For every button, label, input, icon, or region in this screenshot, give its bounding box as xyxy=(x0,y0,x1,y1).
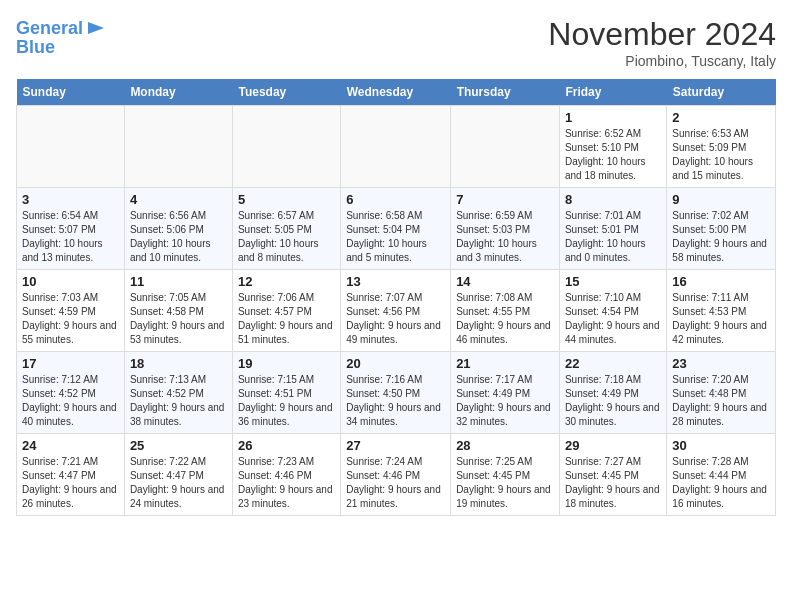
calendar-day-cell: 6Sunrise: 6:58 AM Sunset: 5:04 PM Daylig… xyxy=(341,188,451,270)
calendar-day-header: Saturday xyxy=(667,79,776,106)
calendar-day-cell: 27Sunrise: 7:24 AM Sunset: 4:46 PM Dayli… xyxy=(341,434,451,516)
calendar-day-cell xyxy=(232,106,340,188)
calendar-day-cell: 10Sunrise: 7:03 AM Sunset: 4:59 PM Dayli… xyxy=(17,270,125,352)
month-title: November 2024 xyxy=(548,16,776,53)
day-number: 5 xyxy=(238,192,335,207)
calendar-day-cell xyxy=(17,106,125,188)
day-number: 10 xyxy=(22,274,119,289)
calendar-day-cell xyxy=(124,106,232,188)
calendar-day-cell: 21Sunrise: 7:17 AM Sunset: 4:49 PM Dayli… xyxy=(451,352,560,434)
logo: General Blue xyxy=(16,16,106,58)
calendar-day-cell: 30Sunrise: 7:28 AM Sunset: 4:44 PM Dayli… xyxy=(667,434,776,516)
calendar-day-header: Monday xyxy=(124,79,232,106)
day-info: Sunrise: 7:07 AM Sunset: 4:56 PM Dayligh… xyxy=(346,291,445,347)
day-info: Sunrise: 7:16 AM Sunset: 4:50 PM Dayligh… xyxy=(346,373,445,429)
day-number: 4 xyxy=(130,192,227,207)
calendar-day-cell: 4Sunrise: 6:56 AM Sunset: 5:06 PM Daylig… xyxy=(124,188,232,270)
day-info: Sunrise: 7:21 AM Sunset: 4:47 PM Dayligh… xyxy=(22,455,119,511)
calendar-day-header: Sunday xyxy=(17,79,125,106)
calendar-day-cell: 16Sunrise: 7:11 AM Sunset: 4:53 PM Dayli… xyxy=(667,270,776,352)
day-info: Sunrise: 7:27 AM Sunset: 4:45 PM Dayligh… xyxy=(565,455,661,511)
day-number: 7 xyxy=(456,192,554,207)
day-info: Sunrise: 7:03 AM Sunset: 4:59 PM Dayligh… xyxy=(22,291,119,347)
calendar-day-cell: 17Sunrise: 7:12 AM Sunset: 4:52 PM Dayli… xyxy=(17,352,125,434)
logo-text: General xyxy=(16,19,83,39)
calendar-day-header: Friday xyxy=(559,79,666,106)
calendar-day-header: Wednesday xyxy=(341,79,451,106)
svg-marker-0 xyxy=(88,22,104,34)
calendar-day-cell: 15Sunrise: 7:10 AM Sunset: 4:54 PM Dayli… xyxy=(559,270,666,352)
day-info: Sunrise: 7:28 AM Sunset: 4:44 PM Dayligh… xyxy=(672,455,770,511)
day-info: Sunrise: 7:06 AM Sunset: 4:57 PM Dayligh… xyxy=(238,291,335,347)
day-number: 13 xyxy=(346,274,445,289)
calendar-day-cell: 2Sunrise: 6:53 AM Sunset: 5:09 PM Daylig… xyxy=(667,106,776,188)
logo-text-blue: Blue xyxy=(16,38,55,58)
calendar-day-cell: 9Sunrise: 7:02 AM Sunset: 5:00 PM Daylig… xyxy=(667,188,776,270)
calendar-day-cell: 23Sunrise: 7:20 AM Sunset: 4:48 PM Dayli… xyxy=(667,352,776,434)
calendar-table: SundayMondayTuesdayWednesdayThursdayFrid… xyxy=(16,79,776,516)
calendar-day-cell: 20Sunrise: 7:16 AM Sunset: 4:50 PM Dayli… xyxy=(341,352,451,434)
day-info: Sunrise: 6:56 AM Sunset: 5:06 PM Dayligh… xyxy=(130,209,227,265)
calendar-day-cell: 25Sunrise: 7:22 AM Sunset: 4:47 PM Dayli… xyxy=(124,434,232,516)
calendar-week-row: 24Sunrise: 7:21 AM Sunset: 4:47 PM Dayli… xyxy=(17,434,776,516)
day-info: Sunrise: 7:02 AM Sunset: 5:00 PM Dayligh… xyxy=(672,209,770,265)
calendar-day-cell: 24Sunrise: 7:21 AM Sunset: 4:47 PM Dayli… xyxy=(17,434,125,516)
day-number: 26 xyxy=(238,438,335,453)
calendar-day-cell: 19Sunrise: 7:15 AM Sunset: 4:51 PM Dayli… xyxy=(232,352,340,434)
day-info: Sunrise: 7:05 AM Sunset: 4:58 PM Dayligh… xyxy=(130,291,227,347)
day-number: 23 xyxy=(672,356,770,371)
calendar-day-cell: 12Sunrise: 7:06 AM Sunset: 4:57 PM Dayli… xyxy=(232,270,340,352)
day-info: Sunrise: 7:15 AM Sunset: 4:51 PM Dayligh… xyxy=(238,373,335,429)
day-number: 11 xyxy=(130,274,227,289)
day-info: Sunrise: 7:25 AM Sunset: 4:45 PM Dayligh… xyxy=(456,455,554,511)
day-info: Sunrise: 7:22 AM Sunset: 4:47 PM Dayligh… xyxy=(130,455,227,511)
day-info: Sunrise: 7:18 AM Sunset: 4:49 PM Dayligh… xyxy=(565,373,661,429)
calendar-day-cell: 14Sunrise: 7:08 AM Sunset: 4:55 PM Dayli… xyxy=(451,270,560,352)
day-info: Sunrise: 7:17 AM Sunset: 4:49 PM Dayligh… xyxy=(456,373,554,429)
calendar-week-row: 17Sunrise: 7:12 AM Sunset: 4:52 PM Dayli… xyxy=(17,352,776,434)
calendar-day-cell: 5Sunrise: 6:57 AM Sunset: 5:05 PM Daylig… xyxy=(232,188,340,270)
day-info: Sunrise: 7:01 AM Sunset: 5:01 PM Dayligh… xyxy=(565,209,661,265)
day-info: Sunrise: 7:11 AM Sunset: 4:53 PM Dayligh… xyxy=(672,291,770,347)
day-info: Sunrise: 7:20 AM Sunset: 4:48 PM Dayligh… xyxy=(672,373,770,429)
day-number: 1 xyxy=(565,110,661,125)
calendar-day-cell: 11Sunrise: 7:05 AM Sunset: 4:58 PM Dayli… xyxy=(124,270,232,352)
day-number: 29 xyxy=(565,438,661,453)
day-info: Sunrise: 7:08 AM Sunset: 4:55 PM Dayligh… xyxy=(456,291,554,347)
day-number: 27 xyxy=(346,438,445,453)
day-number: 28 xyxy=(456,438,554,453)
calendar-week-row: 3Sunrise: 6:54 AM Sunset: 5:07 PM Daylig… xyxy=(17,188,776,270)
location: Piombino, Tuscany, Italy xyxy=(548,53,776,69)
day-number: 8 xyxy=(565,192,661,207)
title-section: November 2024 Piombino, Tuscany, Italy xyxy=(548,16,776,69)
calendar-day-cell xyxy=(341,106,451,188)
day-info: Sunrise: 7:24 AM Sunset: 4:46 PM Dayligh… xyxy=(346,455,445,511)
day-number: 25 xyxy=(130,438,227,453)
day-info: Sunrise: 6:57 AM Sunset: 5:05 PM Dayligh… xyxy=(238,209,335,265)
calendar-day-cell: 22Sunrise: 7:18 AM Sunset: 4:49 PM Dayli… xyxy=(559,352,666,434)
day-info: Sunrise: 6:52 AM Sunset: 5:10 PM Dayligh… xyxy=(565,127,661,183)
calendar-day-cell: 13Sunrise: 7:07 AM Sunset: 4:56 PM Dayli… xyxy=(341,270,451,352)
day-number: 17 xyxy=(22,356,119,371)
day-info: Sunrise: 6:54 AM Sunset: 5:07 PM Dayligh… xyxy=(22,209,119,265)
day-info: Sunrise: 7:13 AM Sunset: 4:52 PM Dayligh… xyxy=(130,373,227,429)
calendar-week-row: 10Sunrise: 7:03 AM Sunset: 4:59 PM Dayli… xyxy=(17,270,776,352)
calendar-week-row: 1Sunrise: 6:52 AM Sunset: 5:10 PM Daylig… xyxy=(17,106,776,188)
day-info: Sunrise: 7:10 AM Sunset: 4:54 PM Dayligh… xyxy=(565,291,661,347)
day-number: 19 xyxy=(238,356,335,371)
calendar-day-header: Tuesday xyxy=(232,79,340,106)
day-info: Sunrise: 6:58 AM Sunset: 5:04 PM Dayligh… xyxy=(346,209,445,265)
day-number: 14 xyxy=(456,274,554,289)
day-number: 22 xyxy=(565,356,661,371)
calendar-day-cell: 3Sunrise: 6:54 AM Sunset: 5:07 PM Daylig… xyxy=(17,188,125,270)
day-number: 30 xyxy=(672,438,770,453)
calendar-day-cell: 29Sunrise: 7:27 AM Sunset: 4:45 PM Dayli… xyxy=(559,434,666,516)
day-number: 16 xyxy=(672,274,770,289)
calendar-day-cell: 8Sunrise: 7:01 AM Sunset: 5:01 PM Daylig… xyxy=(559,188,666,270)
day-number: 15 xyxy=(565,274,661,289)
day-number: 20 xyxy=(346,356,445,371)
calendar-day-cell: 7Sunrise: 6:59 AM Sunset: 5:03 PM Daylig… xyxy=(451,188,560,270)
logo-arrow-icon xyxy=(86,18,106,38)
day-number: 2 xyxy=(672,110,770,125)
calendar-day-cell: 18Sunrise: 7:13 AM Sunset: 4:52 PM Dayli… xyxy=(124,352,232,434)
